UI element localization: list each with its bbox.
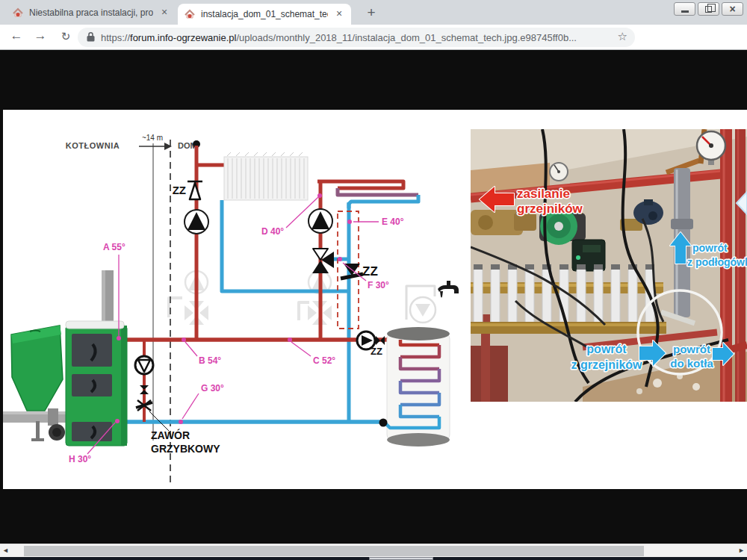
sensor-D: D 40° <box>261 226 284 237</box>
zz-label: ZZ <box>371 346 382 357</box>
svg-text:do kotła: do kotła <box>670 357 713 370</box>
annotation-zasilanie: zasilanie <box>517 187 570 201</box>
taskbar-sliver <box>0 557 747 560</box>
sensor-C: C 52° <box>313 355 335 366</box>
scroll-left-icon[interactable]: ◄ <box>2 547 9 554</box>
horizontal-scrollbar[interactable]: ◄ ► <box>0 544 747 557</box>
site-favicon-icon <box>184 8 196 20</box>
taskbar-button[interactable] <box>369 557 433 560</box>
tab-close-icon[interactable]: × <box>333 8 345 20</box>
sensor-H: H 30° <box>69 454 91 464</box>
browser-window: Niestabilna praca instalacji, probl × in… <box>0 0 747 560</box>
restore-button[interactable] <box>698 2 719 16</box>
sensor-A: A 55° <box>103 242 125 252</box>
tab-title: instalacja_dom_01_schemat_tech <box>201 9 328 19</box>
svg-text:z podłogówki: z podłogówki <box>687 256 747 268</box>
scroll-right-icon[interactable]: ► <box>738 547 745 554</box>
boiler-room-photo: zasilanie grzejników powrót z podłogówki… <box>471 129 747 402</box>
valve-note-line1: ZAWÓR <box>151 429 190 441</box>
new-tab-button[interactable]: + <box>362 4 381 22</box>
valve-note-line2: GRZYBKOWY <box>151 443 220 455</box>
radiator-graphic <box>224 152 308 200</box>
sensor-F: F 30° <box>368 280 389 290</box>
site-favicon-icon <box>12 7 24 19</box>
back-button[interactable]: ← <box>7 28 25 43</box>
page-content: KOTŁOWNIA ~14 m DOM <box>0 51 747 544</box>
tab-forum-thread[interactable]: Niestabilna praca instalacji, probl × <box>6 0 176 25</box>
url-text: https://forum.info-ogrzewanie.pl/uploads… <box>101 32 577 43</box>
zz-label: ZZ <box>173 184 186 196</box>
radiator-pump <box>185 210 208 234</box>
tab-close-icon[interactable]: × <box>158 7 170 19</box>
annotation-powrot-podlogowka: powrót <box>692 242 728 254</box>
tab-image-view[interactable]: instalacja_dom_01_schemat_tech × <box>178 4 351 25</box>
bookmark-star-icon[interactable]: ☆ <box>618 30 627 43</box>
svg-text:grzejników: grzejników <box>517 202 583 216</box>
window-controls: × <box>674 2 743 16</box>
svg-text:z grzejników: z grzejników <box>571 358 642 371</box>
annotation-powrot-kociol: powrót <box>673 343 710 355</box>
floor-pump <box>309 209 332 233</box>
address-bar[interactable]: https://forum.info-ogrzewanie.pl/uploads… <box>78 28 635 47</box>
installation-schematic-image[interactable]: KOTŁOWNIA ~14 m DOM <box>3 110 747 489</box>
sensor-B: B 54° <box>199 355 221 366</box>
boiler-room-label: KOTŁOWNIA <box>66 141 120 150</box>
tab-title: Niestabilna praca instalacji, probl <box>29 7 153 18</box>
https-lock-icon <box>87 31 95 45</box>
browser-toolbar: ← → ↻ https://forum.info-ogrzewanie.pl/u… <box>0 25 747 50</box>
close-button[interactable]: × <box>722 2 743 16</box>
minimize-button[interactable] <box>674 2 695 16</box>
annotation-powrot-grzejniki: powrót <box>586 343 627 355</box>
forward-button[interactable]: → <box>31 28 49 43</box>
scrollbar-thumb[interactable] <box>24 546 644 556</box>
sensor-E: E 40° <box>382 217 404 227</box>
buffer-tank-graphic <box>379 327 450 447</box>
sensor-G: G 30° <box>201 383 224 393</box>
zz-label: ZZ <box>362 264 378 279</box>
distance-label: ~14 m <box>142 134 163 142</box>
tab-strip: Niestabilna praca instalacji, probl × in… <box>0 0 747 25</box>
reload-button[interactable]: ↻ <box>57 30 75 43</box>
